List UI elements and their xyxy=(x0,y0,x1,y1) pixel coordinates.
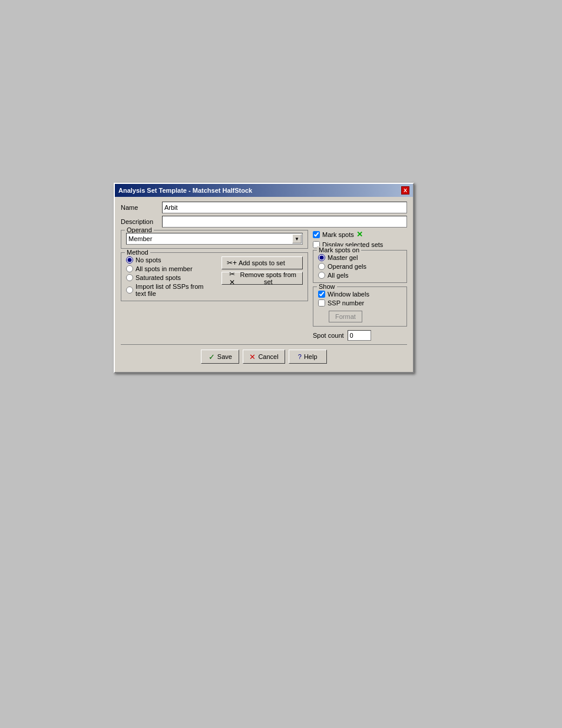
radio-no-spots[interactable]: No spots xyxy=(126,256,216,263)
format-button[interactable]: Format xyxy=(329,311,362,322)
help-label: Help xyxy=(304,353,318,360)
member-select-wrapper: Member ▼ xyxy=(126,233,303,245)
radio-import[interactable]: Import list of SSPs from text file xyxy=(126,283,216,297)
method-radio-group: No spots All spots in member Saturated s… xyxy=(126,256,216,297)
method-section: Method No spots All spots in member xyxy=(121,252,308,301)
show-label: Show xyxy=(317,283,337,290)
saturated-spots-label: Saturated spots xyxy=(135,274,181,281)
mark-spots-green-icon: ✕ xyxy=(356,230,363,239)
right-panel: Mark spots ✕ Display selected sets Mark … xyxy=(313,230,407,341)
mark-spots-on-label: Mark spots on xyxy=(317,246,361,253)
ssp-number-checkbox[interactable] xyxy=(318,299,325,307)
add-spots-icon: ✂+ xyxy=(227,259,237,267)
method-label: Method xyxy=(125,249,150,256)
name-row: Name xyxy=(121,202,407,213)
cancel-button[interactable]: ✕ Cancel xyxy=(243,350,285,364)
main-content: Operand Member ▼ Method xyxy=(121,230,407,341)
mark-spots-row: Mark spots ✕ xyxy=(313,230,407,239)
radio-operand-gels[interactable]: Operand gels xyxy=(318,263,402,270)
save-icon: ✓ xyxy=(209,353,215,361)
all-gels-label: All gels xyxy=(328,272,348,279)
remove-spots-button[interactable]: ✂✕ Remove spots from set xyxy=(222,272,303,285)
method-buttons: ✂+ Add spots to set ✂✕ Remove spots from… xyxy=(222,256,303,297)
cancel-icon: ✕ xyxy=(249,353,256,361)
no-spots-label: No spots xyxy=(135,256,161,263)
name-label: Name xyxy=(121,204,162,211)
cancel-label: Cancel xyxy=(258,353,278,360)
description-label: Description xyxy=(121,218,162,225)
save-button[interactable]: ✓ Save xyxy=(201,350,239,364)
name-input[interactable] xyxy=(162,202,407,213)
window-labels-row: Window labels xyxy=(318,291,402,298)
close-button[interactable]: X xyxy=(401,186,409,195)
show-section: Show Window labels SSP number Format xyxy=(313,286,407,327)
import-label: Import list of SSPs from text file xyxy=(135,283,216,297)
method-content: No spots All spots in member Saturated s… xyxy=(126,256,303,297)
spot-count-row: Spot count xyxy=(313,330,407,341)
operand-gels-label: Operand gels xyxy=(328,263,366,270)
ssp-number-row: SSP number xyxy=(318,299,402,307)
radio-all-spots[interactable]: All spots in member xyxy=(126,265,216,272)
member-select[interactable]: Member xyxy=(126,233,303,245)
main-dialog: Analysis Set Template - Matchset HalfSto… xyxy=(114,183,414,373)
mark-spots-label: Mark spots xyxy=(322,231,354,238)
all-spots-label: All spots in member xyxy=(135,265,193,272)
remove-spots-icon: ✂✕ xyxy=(227,270,237,286)
dialog-title: Analysis Set Template - Matchset HalfSto… xyxy=(118,187,252,194)
left-panel: Operand Member ▼ Method xyxy=(121,230,308,341)
mark-spots-checkbox[interactable] xyxy=(313,231,320,238)
mark-spots-on-section: Mark spots on Master gel Operand gels Al… xyxy=(313,250,407,283)
help-button[interactable]: ? Help xyxy=(289,350,327,364)
spot-count-input[interactable] xyxy=(348,330,371,341)
radio-master-gel[interactable]: Master gel xyxy=(318,254,402,261)
window-labels-label: Window labels xyxy=(328,291,369,298)
description-row: Description xyxy=(121,216,407,228)
spot-count-label: Spot count xyxy=(313,332,344,339)
title-bar: Analysis Set Template - Matchset HalfSto… xyxy=(115,184,413,197)
footer-buttons: ✓ Save ✕ Cancel ? Help xyxy=(121,344,407,367)
radio-all-gels[interactable]: All gels xyxy=(318,272,402,279)
help-icon: ? xyxy=(298,353,302,360)
radio-saturated[interactable]: Saturated spots xyxy=(126,274,216,281)
window-labels-checkbox[interactable] xyxy=(318,291,325,298)
description-input[interactable] xyxy=(162,216,407,228)
dialog-body: Name Description Operand Member ▼ xyxy=(115,197,413,372)
operand-section: Operand Member ▼ xyxy=(121,230,308,249)
add-spots-button[interactable]: ✂+ Add spots to set xyxy=(222,256,303,269)
save-label: Save xyxy=(217,353,232,360)
master-gel-label: Master gel xyxy=(328,254,358,261)
ssp-number-label: SSP number xyxy=(328,299,364,307)
